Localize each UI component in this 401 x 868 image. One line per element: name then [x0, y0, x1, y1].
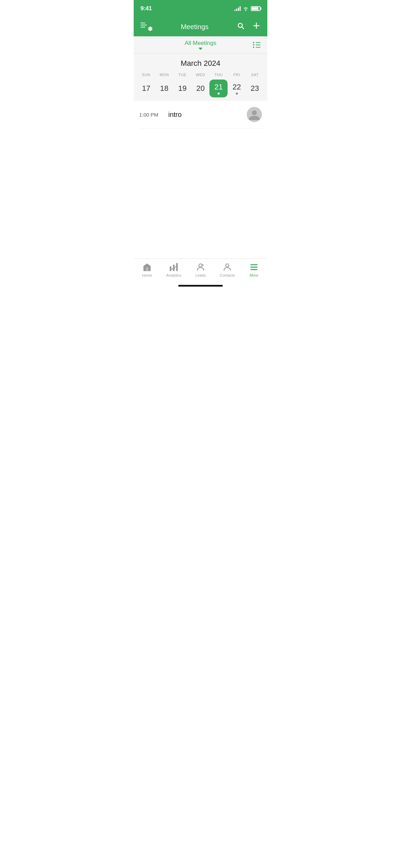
- status-icons: [234, 6, 260, 11]
- day-header-sat: SAT: [246, 73, 264, 80]
- status-bar: 9:41: [134, 0, 267, 17]
- calendar-day-18[interactable]: 18: [155, 80, 173, 97]
- calendar-grid: SUN MON TUE WED THU FRI SAT 17 18 19 20 …: [137, 73, 264, 97]
- search-button[interactable]: [236, 22, 245, 32]
- svg-point-6: [199, 264, 202, 267]
- nav-bar: Meetings: [134, 17, 267, 36]
- calendar-day-22[interactable]: 22: [228, 80, 246, 97]
- svg-rect-8: [251, 264, 258, 265]
- analytics-icon: [169, 262, 179, 272]
- list-view-button[interactable]: [253, 42, 260, 48]
- wifi-icon: [243, 6, 249, 11]
- tab-home-label: Home: [142, 273, 152, 277]
- day-header-wed: WED: [192, 73, 210, 80]
- calendar-day-22-dot: [236, 93, 238, 95]
- nav-title: Meetings: [181, 23, 208, 31]
- add-button[interactable]: [252, 22, 260, 32]
- avatar: [247, 107, 262, 122]
- calendar-day-23[interactable]: 23: [246, 80, 264, 97]
- tab-contacts[interactable]: Contacts: [214, 262, 241, 277]
- settings-icon[interactable]: [141, 22, 153, 32]
- more-icon: [249, 262, 259, 272]
- gear-icon: [147, 26, 153, 32]
- meeting-time: 1:00 PM: [139, 112, 168, 118]
- calendar-day-19[interactable]: 19: [173, 80, 192, 97]
- svg-rect-3: [173, 265, 175, 271]
- nav-left[interactable]: [141, 22, 153, 32]
- status-time: 9:41: [141, 5, 152, 12]
- home-indicator: [178, 285, 223, 287]
- contacts-icon: [222, 262, 232, 272]
- meeting-item[interactable]: 1:00 PM intro: [139, 101, 262, 129]
- home-icon: [142, 262, 152, 272]
- avatar-image: [247, 107, 262, 122]
- svg-rect-4: [176, 263, 178, 271]
- day-header-thu: THU: [209, 73, 228, 80]
- calendar-day-21[interactable]: 21: [209, 80, 228, 97]
- svg-rect-9: [251, 267, 258, 268]
- tab-contacts-label: Contacts: [220, 273, 234, 277]
- calendar-day-20[interactable]: 20: [192, 80, 210, 97]
- battery-icon: [251, 6, 260, 11]
- tab-analytics[interactable]: Analytics: [160, 262, 187, 277]
- tab-analytics-label: Analytics: [166, 273, 181, 277]
- signal-icon: [234, 6, 241, 11]
- filter-dropdown-arrow: [198, 48, 203, 50]
- tab-leads-label: Leads: [195, 273, 206, 277]
- nav-right: [236, 22, 260, 32]
- svg-point-7: [226, 264, 229, 267]
- calendar-month-year: March 2024: [137, 59, 264, 68]
- day-header-tue: TUE: [173, 73, 192, 80]
- svg-point-1: [252, 110, 257, 115]
- filter-bar[interactable]: All Meetings: [134, 36, 267, 53]
- filter-label[interactable]: All Meetings: [185, 40, 217, 50]
- meeting-title: intro: [168, 111, 247, 119]
- svg-rect-2: [170, 266, 171, 271]
- tab-home[interactable]: Home: [134, 262, 160, 277]
- tab-leads[interactable]: Leads: [187, 262, 214, 277]
- leads-icon: [196, 262, 205, 272]
- day-header-sun: SUN: [137, 73, 155, 80]
- day-header-fri: FRI: [228, 73, 246, 80]
- calendar-day-21-dot: [218, 93, 220, 95]
- calendar-day-17[interactable]: 17: [137, 80, 155, 97]
- calendar: March 2024 SUN MON TUE WED THU FRI SAT 1…: [134, 53, 267, 101]
- day-header-mon: MON: [155, 73, 173, 80]
- tab-more-label: More: [250, 273, 258, 277]
- tab-more[interactable]: More: [241, 262, 267, 277]
- meeting-list: 1:00 PM intro: [134, 101, 267, 129]
- svg-rect-10: [251, 269, 258, 270]
